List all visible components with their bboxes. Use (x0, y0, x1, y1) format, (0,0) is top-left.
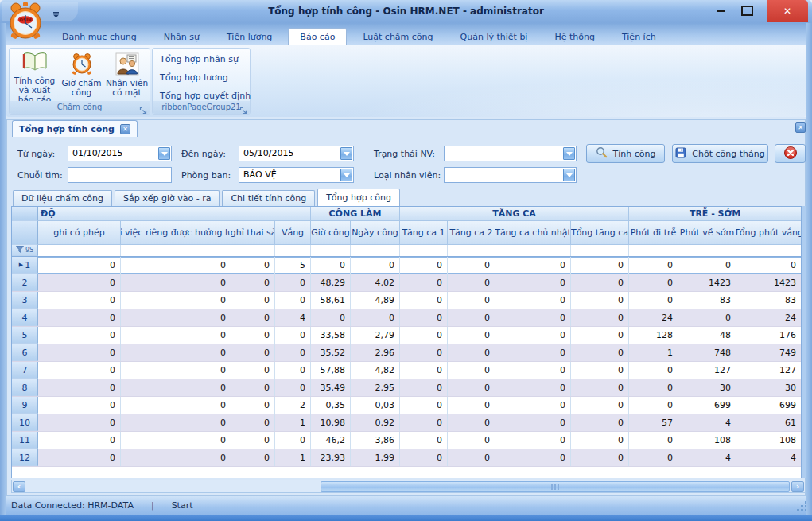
chevron-down-icon[interactable] (563, 169, 575, 181)
grid-cell[interactable]: 0 (495, 397, 571, 414)
grid-cell[interactable]: 24 (629, 309, 678, 326)
column-header-tong-phut-vang[interactable]: Tổng phút vắng (736, 221, 802, 245)
grid-cell[interactable]: 0 (275, 344, 311, 361)
grid-cell[interactable]: 35,49 (311, 379, 351, 396)
grid-cell[interactable]: 0 (448, 309, 495, 326)
grid-cell[interactable]: 0 (38, 327, 121, 344)
grid-cell[interactable]: 0 (400, 274, 448, 291)
grid-cell[interactable]: 0 (448, 362, 495, 379)
grid-cell[interactable]: 1 (275, 449, 311, 466)
grid-cell[interactable]: 0 (38, 397, 121, 414)
grid-cell[interactable]: 2,95 (351, 379, 400, 396)
grid-cell[interactable]: 0 (121, 309, 231, 326)
employee-status-combo[interactable] (444, 146, 577, 161)
column-header-nghi-viec-rieng-duoc-huong-luong[interactable]: Nghỉ việc riêng được hưởng lương (121, 221, 231, 245)
row-indicator[interactable]: 9 (12, 397, 38, 414)
grid-cell[interactable]: 0 (736, 257, 802, 274)
grid-cell[interactable]: 24 (736, 309, 802, 326)
grid-cell[interactable]: 10,98 (311, 414, 351, 431)
grid-cell[interactable]: 0 (678, 257, 736, 274)
document-tab-tong-hop-tinh-cong[interactable]: Tổng hợp tính công ✕ (12, 120, 138, 137)
grid-cell[interactable]: 0 (38, 274, 121, 291)
column-header-tong-tang-ca[interactable]: Tổng tăng ca (571, 221, 629, 245)
gio-cham-cong-button[interactable]: Giờ chấm công (59, 50, 104, 101)
grid-cell[interactable]: 0 (275, 362, 311, 379)
close-filter-button[interactable] (775, 144, 806, 163)
grid-cell[interactable]: 0 (400, 397, 448, 414)
column-header-phut-ve-som[interactable]: Phút về sớm (678, 221, 736, 245)
chevron-down-icon[interactable] (340, 169, 352, 181)
grid-cell[interactable]: 176 (736, 327, 802, 344)
row-indicator[interactable]: 3 (12, 292, 38, 309)
view-tab-chi-tiet-tinh-cong[interactable]: Chi tiết tính công (222, 190, 315, 206)
grid-cell[interactable]: 699 (736, 397, 802, 414)
column-header-phut-di-tre[interactable]: Phút đi trễ (629, 221, 678, 245)
grid-cell[interactable]: 0 (448, 292, 495, 309)
department-combo[interactable]: BẢO VỆ (239, 167, 354, 183)
ribbon-tab-quan-ly-thiet-bi[interactable]: Quản lý thiết bị (449, 29, 539, 45)
ribbon-tab-nhan-su[interactable]: Nhân sự (153, 29, 211, 45)
grid-cell[interactable]: 0 (495, 292, 571, 309)
grid-cell[interactable]: 0 (495, 327, 571, 344)
close-document-panel-button[interactable]: ✕ (795, 122, 806, 133)
grid-cell[interactable]: 0 (495, 414, 571, 431)
grid-cell[interactable]: 0 (571, 257, 629, 274)
filter-cell-phut-di-tre[interactable] (629, 245, 678, 256)
row-indicator[interactable]: 6 (12, 344, 38, 361)
grid-cell[interactable]: 0 (629, 449, 678, 466)
filter-cell-tang-ca-chu-nhat[interactable] (495, 245, 571, 256)
grid-cell[interactable]: 0 (448, 274, 495, 291)
column-header-tang-ca-2[interactable]: Tăng ca 2 (448, 221, 495, 245)
grid-cell[interactable]: 0 (351, 257, 400, 274)
grid-cell[interactable]: 0 (400, 292, 448, 309)
grid-cell[interactable]: 0 (351, 309, 400, 326)
row-indicator[interactable]: 2 (12, 274, 38, 291)
grid-cell[interactable]: 0 (571, 379, 629, 396)
column-header-ngay-cong[interactable]: Ngày công (351, 221, 400, 245)
grid-band-tre-som[interactable]: TRỄ - SỚM (629, 207, 802, 221)
employee-type-combo[interactable] (444, 167, 577, 183)
grid-cell[interactable]: 0 (495, 309, 571, 326)
grid-cell[interactable]: 0 (571, 327, 629, 344)
grid-cell[interactable]: 2,79 (351, 327, 400, 344)
row-indicator[interactable]: 11 (12, 432, 38, 449)
column-header-vang[interactable]: Vắng (275, 221, 311, 245)
grid-cell[interactable]: 0 (121, 257, 231, 274)
grid-cell[interactable]: 0,03 (351, 397, 400, 414)
grid-cell[interactable]: 748 (678, 344, 736, 361)
nhan-vien-co-mat-button[interactable]: Nhân viên có mặt (104, 50, 150, 101)
grid-cell[interactable]: 0 (38, 344, 121, 361)
filter-cell-ngay-cong[interactable] (351, 245, 400, 256)
filter-cell-tong-tang-ca[interactable] (571, 245, 629, 256)
ribbon-item-tong-hop-nhan-su[interactable]: Tổng hợp nhân sự (153, 50, 250, 68)
grid-cell[interactable]: 0 (571, 362, 629, 379)
from-date-combo[interactable]: 01/10/2015 (68, 146, 172, 161)
chevron-down-icon[interactable] (158, 147, 170, 160)
grid-cell[interactable]: 127 (736, 362, 802, 379)
grid-cell[interactable]: 0 (448, 414, 495, 431)
column-header-nghi-thai-san[interactable]: Nghỉ thai sản (231, 221, 275, 245)
grid-cell[interactable]: 0 (38, 432, 121, 449)
grid-cell[interactable]: 0 (231, 397, 275, 414)
grid-cell[interactable]: 0 (400, 344, 448, 361)
ribbon-tab-danh-muc-chung[interactable]: Danh mục chung (51, 29, 148, 45)
grid-cell[interactable]: 0 (571, 292, 629, 309)
grid-cell[interactable]: 4 (736, 449, 802, 466)
grid-cell[interactable]: 699 (678, 397, 736, 414)
quick-access-dropdown-icon[interactable] (52, 6, 60, 21)
grid-cell[interactable]: 33,58 (311, 327, 351, 344)
grid-cell[interactable]: 0 (571, 414, 629, 431)
grid-cell[interactable]: 0 (448, 379, 495, 396)
grid-cell[interactable]: 0 (629, 292, 678, 309)
grid-cell[interactable]: 0 (400, 257, 448, 274)
grid-cell[interactable]: 35,52 (311, 344, 351, 361)
filter-cell-gio-cong[interactable] (311, 245, 351, 256)
horizontal-scrollbar[interactable]: ‹ › (11, 480, 806, 493)
grid-cell[interactable]: 0 (121, 397, 231, 414)
scroll-left-arrow-icon[interactable]: ‹ (13, 481, 25, 492)
grid-cell[interactable]: 108 (736, 432, 802, 449)
grid-cell[interactable]: 4 (678, 414, 736, 431)
grid-cell[interactable]: 128 (629, 327, 678, 344)
grid-cell[interactable]: 0 (629, 274, 678, 291)
grid-cell[interactable]: 83 (736, 292, 802, 309)
